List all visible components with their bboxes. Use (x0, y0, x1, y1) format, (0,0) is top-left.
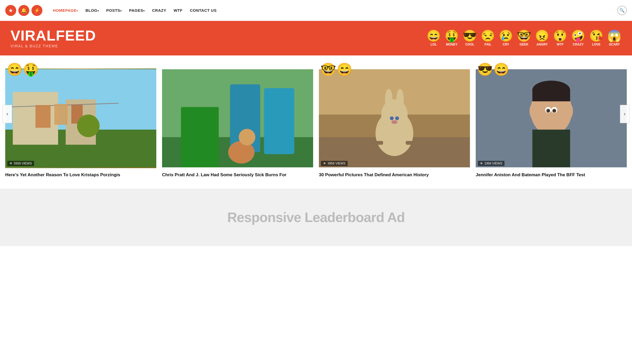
site-title: VIRALFEED (10, 28, 96, 43)
nav-item-wtf[interactable]: WTF (174, 8, 182, 13)
nav-item-blog[interactable]: BLOG▾ (85, 8, 99, 13)
svg-point-25 (391, 120, 397, 124)
nav-item-pages[interactable]: PAGES▾ (129, 8, 145, 13)
emoji-lol[interactable]: 😄 LOL (426, 30, 441, 46)
card-3-emoji-1: 🤓 (320, 62, 336, 77)
emoji-crazy[interactable]: 🤪 CRAZY (571, 30, 585, 46)
svg-rect-26 (372, 141, 383, 145)
card-3[interactable]: 🤓 😄 (319, 69, 470, 178)
cards-grid: 😄 🤑 (5, 69, 627, 178)
wtf-emoji-face: 😲 (553, 30, 567, 42)
search-button[interactable]: 🔍 (617, 6, 627, 15)
lol-emoji-face: 😄 (426, 30, 441, 42)
love-emoji-face: 😘 (589, 30, 603, 42)
card-4-emoji-1: 😎 (477, 62, 493, 77)
card-2-image-bg (162, 69, 313, 168)
slider-left-btn[interactable]: ‹ (3, 105, 12, 123)
crazy-emoji-face: 🤪 (571, 30, 585, 42)
card-1-views-text: 5930 VIEWS (14, 162, 32, 165)
nav-link-homepage[interactable]: HOMEPAGE (53, 8, 76, 13)
nav-item-homepage[interactable]: HOMEPAGE▾ (53, 8, 78, 13)
lightning-icon[interactable]: ⚡ (31, 5, 42, 16)
cool-emoji-label: COOL (465, 43, 474, 46)
card-3-views: 👁 3856 VIEWS (321, 161, 348, 166)
emoji-angry[interactable]: 😠 ANGRY (535, 30, 549, 46)
svg-point-14 (239, 129, 255, 145)
card-1[interactable]: 😄 🤑 (5, 69, 156, 178)
emoji-cry[interactable]: 😢 CRY (499, 30, 513, 46)
card-3-title: 30 Powerful Pictures That Defined Americ… (319, 172, 470, 178)
card-1-emoji-overlays: 😄 🤑 (7, 62, 39, 77)
star-icon[interactable]: ★ (5, 5, 16, 16)
nav-link-pages[interactable]: PAGES (129, 8, 143, 13)
money-emoji-face: 🤑 (445, 30, 459, 42)
nav-item-contact[interactable]: CONTACT US (190, 8, 217, 13)
emoji-fail[interactable]: 😒 FAIL (481, 30, 495, 46)
cry-emoji-label: CRY (503, 43, 509, 46)
card-2-image-wrap (162, 69, 313, 168)
card-4[interactable]: 😎 😄 (476, 69, 627, 178)
money-emoji-label: MONEY (446, 43, 457, 46)
svg-point-20 (381, 99, 408, 129)
fail-emoji-face: 😒 (481, 30, 495, 42)
eye-icon-3: 👁 (323, 162, 326, 165)
top-nav: ★ 🔔 ⚡ HOMEPAGE▾ BLOG▾ POSTS▾ PAGES▾ CRAZ… (0, 0, 632, 21)
svg-rect-12 (264, 88, 294, 154)
nav-item-posts[interactable]: POSTS▾ (106, 8, 122, 13)
nav-link-posts[interactable]: POSTS (106, 8, 120, 13)
card-4-title: Jennifer Aniston And Bateman Played The … (476, 172, 627, 178)
svg-rect-5 (35, 105, 51, 128)
card-2[interactable]: Chris Pratt And J. Law Had Some Seriousl… (162, 69, 313, 178)
bell-icon[interactable]: 🔔 (18, 5, 29, 16)
fail-emoji-label: FAIL (485, 43, 491, 46)
card-4-emoji-2: 😄 (494, 62, 509, 77)
nav-link-crazy[interactable]: CRAZY (152, 8, 166, 13)
slider-right-btn[interactable]: › (620, 105, 629, 123)
svg-rect-27 (406, 141, 417, 145)
card-3-image-wrap: 🤓 😄 (319, 69, 470, 168)
cool-emoji-face: 😎 (463, 30, 477, 42)
card-4-views-text: 1994 VIEWS (484, 162, 502, 165)
geek-emoji-label: GEEK (519, 43, 528, 46)
scary-emoji-label: SCARY (609, 43, 620, 46)
card-1-image-bg (5, 69, 156, 168)
svg-rect-30 (532, 130, 570, 167)
svg-rect-15 (181, 107, 219, 167)
card-4-emoji-overlays: 😎 😄 (477, 62, 509, 77)
angry-emoji-face: 😠 (535, 30, 549, 42)
emoji-bar: 😄 LOL 🤑 MONEY 😎 COOL 😒 FAIL 😢 CRY 🤓 GEEK (426, 30, 622, 46)
svg-rect-38 (532, 90, 570, 101)
nav-link-contact[interactable]: CONTACT US (190, 8, 217, 13)
nav-icon-group: ★ 🔔 ⚡ (5, 5, 42, 16)
wtf-emoji-label: WTF (557, 43, 564, 46)
emoji-cool[interactable]: 😎 COOL (463, 30, 477, 46)
emoji-geek[interactable]: 🤓 GEEK (517, 30, 531, 46)
card-1-views: 👁 5930 VIEWS (7, 161, 34, 166)
hero-logo: VIRALFEED VIRAL & BUZZ THEME (10, 28, 96, 48)
card-1-emoji-1: 😄 (7, 62, 23, 77)
nav-link-wtf[interactable]: WTF (174, 8, 182, 13)
emoji-money[interactable]: 🤑 MONEY (445, 30, 459, 46)
emoji-wtf[interactable]: 😲 WTF (553, 30, 567, 46)
card-3-views-text: 3856 VIEWS (328, 162, 346, 165)
svg-point-36 (552, 109, 556, 112)
svg-point-21 (385, 89, 392, 110)
angry-emoji-label: ANGRY (536, 43, 548, 46)
eye-icon-4: 👁 (480, 162, 483, 165)
svg-point-24 (395, 116, 399, 120)
nav-link-blog[interactable]: BLOG (85, 8, 97, 13)
eye-icon-1: 👁 (9, 162, 13, 165)
card-1-image-wrap: 😄 🤑 (5, 69, 156, 168)
svg-rect-2 (13, 92, 58, 145)
ad-section: Responsive Leaderboard Ad (0, 189, 632, 246)
card-2-title: Chris Pratt And J. Law Had Some Seriousl… (162, 172, 313, 178)
emoji-love[interactable]: 😘 LOVE (589, 30, 603, 46)
cards-wrapper: ‹ 😄 🤑 (5, 69, 627, 178)
main-content: ‹ 😄 🤑 (0, 55, 632, 186)
geek-emoji-face: 🤓 (517, 30, 531, 42)
emoji-scary[interactable]: 😱 SCARY (607, 30, 622, 46)
card-4-image-wrap: 😎 😄 (476, 69, 627, 168)
nav-item-crazy[interactable]: CRAZY (152, 8, 166, 13)
cry-emoji-face: 😢 (499, 30, 513, 42)
card-4-image-bg (476, 69, 627, 168)
